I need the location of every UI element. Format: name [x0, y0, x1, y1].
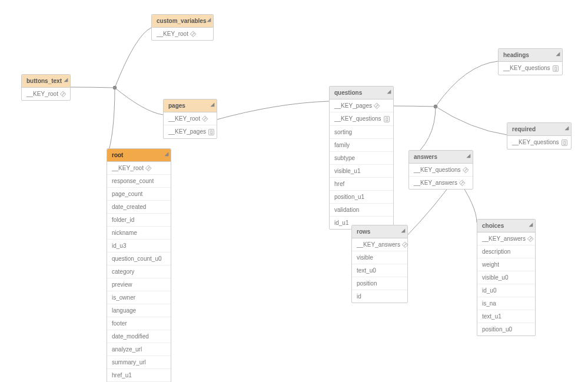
field-name: position_u0	[482, 326, 512, 333]
field-row[interactable]: description	[477, 245, 535, 258]
field-row[interactable]: footer	[107, 317, 171, 330]
field-row[interactable]: __KEY_root⚿	[107, 162, 171, 175]
field-row[interactable]: id	[352, 290, 407, 303]
field-row[interactable]: is_na	[477, 297, 535, 310]
table-header[interactable]: required◢	[507, 123, 571, 136]
field-name: description	[482, 248, 510, 255]
table-title: choices	[482, 222, 504, 229]
field-row[interactable]: date_created	[107, 201, 171, 214]
field-row[interactable]: response_count	[107, 175, 171, 188]
field-name: nickname	[112, 230, 137, 236]
field-name: family	[334, 142, 350, 148]
field-row[interactable]: __KEY_questions▯	[330, 112, 393, 126]
field-row[interactable]: __KEY_answers⚿	[352, 238, 407, 251]
table-custom-variables[interactable]: custom_variables◢ __KEY_root⚿	[151, 14, 214, 41]
corner-icon: ◢	[401, 228, 405, 233]
field-row[interactable]: is_owner	[107, 291, 171, 304]
table-buttons-text[interactable]: buttons_text◢ __KEY_root⚿	[21, 74, 71, 101]
corner-icon: ◢	[529, 222, 533, 227]
table-header[interactable]: questions◢	[330, 87, 393, 99]
field-name: __KEY_answers	[482, 235, 526, 242]
field-row[interactable]: __KEY_pages⚿	[330, 99, 393, 112]
table-title: answers	[414, 154, 437, 160]
field-row[interactable]: position_u1	[330, 191, 393, 204]
table-header[interactable]: buttons_text◢	[22, 75, 70, 88]
corner-icon: ◢	[207, 17, 211, 22]
table-header[interactable]: custom_variables◢	[152, 15, 213, 28]
field-row[interactable]: __KEY_questions⚿	[409, 164, 473, 177]
field-row[interactable]: position	[352, 277, 407, 290]
field-row[interactable]: visible_u0	[477, 271, 535, 284]
svg-point-2	[434, 105, 437, 108]
field-row[interactable]: position_u0	[477, 323, 535, 336]
field-row[interactable]: href_u1	[107, 369, 171, 382]
field-row[interactable]: validation	[330, 204, 393, 217]
field-row[interactable]: family	[330, 139, 393, 152]
primary-key-icon: ⚿	[59, 90, 67, 98]
table-header[interactable]: rows◢	[352, 225, 407, 238]
field-row[interactable]: __KEY_root⚿	[22, 88, 70, 100]
field-row[interactable]: __KEY_answers⚿	[409, 177, 473, 189]
field-row[interactable]: id_u3	[107, 240, 171, 253]
table-choices[interactable]: choices◢ __KEY_answers⚿descriptionweight…	[477, 219, 536, 336]
field-row[interactable]: text_u1	[477, 310, 535, 323]
field-name: date_created	[112, 204, 146, 210]
table-header[interactable]: pages◢	[164, 99, 217, 112]
field-row[interactable]: __KEY_root⚿	[152, 28, 213, 40]
diagram-canvas[interactable]: buttons_text◢ __KEY_root⚿ custom_variabl…	[0, 0, 588, 382]
field-row[interactable]: __KEY_questions▯	[507, 136, 571, 149]
field-row[interactable]: page_count	[107, 188, 171, 201]
field-row[interactable]: category	[107, 265, 171, 278]
table-header[interactable]: root◢	[107, 149, 171, 162]
field-row[interactable]: subtype	[330, 152, 393, 165]
field-row[interactable]: visible_u1	[330, 165, 393, 178]
table-header[interactable]: answers◢	[409, 151, 473, 164]
primary-key-icon: ⚿	[461, 166, 469, 174]
field-row[interactable]: analyze_url	[107, 343, 171, 356]
field-row[interactable]: weight	[477, 258, 535, 271]
field-row[interactable]: __KEY_root⚿	[164, 112, 217, 125]
field-name: __KEY_questions	[334, 115, 381, 122]
field-row[interactable]: language	[107, 304, 171, 317]
corner-icon: ◢	[211, 102, 214, 107]
field-name: position_u1	[334, 194, 364, 200]
corner-icon: ◢	[387, 89, 391, 94]
field-row[interactable]: summary_url	[107, 356, 171, 369]
table-questions[interactable]: questions◢ __KEY_pages⚿__KEY_questions▯s…	[329, 86, 394, 230]
field-name: subtype	[334, 155, 355, 161]
array-icon: ▯	[208, 129, 214, 135]
field-row[interactable]: text_u0	[352, 264, 407, 277]
table-required[interactable]: required◢ __KEY_questions▯	[507, 122, 572, 150]
table-header[interactable]: choices◢	[477, 220, 535, 232]
field-row[interactable]: preview	[107, 278, 171, 291]
field-row[interactable]: date_modified	[107, 330, 171, 343]
table-root[interactable]: root◢ __KEY_root⚿response_countpage_coun…	[107, 148, 171, 382]
field-name: __KEY_questions	[512, 139, 559, 145]
table-answers[interactable]: answers◢ __KEY_questions⚿__KEY_answers⚿	[408, 150, 473, 190]
field-row[interactable]: __KEY_answers⚿	[477, 232, 535, 245]
field-row[interactable]: folder_id	[107, 214, 171, 227]
table-title: root	[112, 152, 123, 158]
field-name: response_count	[112, 178, 154, 184]
table-pages[interactable]: pages◢ __KEY_root⚿__KEY_pages▯	[163, 99, 217, 139]
table-rows[interactable]: rows◢ __KEY_answers⚿visibletext_u0positi…	[351, 225, 408, 303]
corner-icon: ◢	[556, 51, 560, 57]
field-row[interactable]: visible	[352, 251, 407, 264]
field-name: visible_u1	[334, 168, 360, 174]
field-name: date_modified	[112, 333, 149, 340]
field-row[interactable]: sorting	[330, 126, 393, 139]
field-name: __KEY_questions	[503, 65, 550, 71]
table-title: required	[512, 126, 536, 132]
field-row[interactable]: nickname	[107, 227, 171, 240]
array-icon: ▯	[384, 116, 390, 122]
field-row[interactable]: __KEY_pages▯	[164, 125, 217, 138]
corner-icon: ◢	[565, 125, 569, 131]
field-row[interactable]: href	[330, 178, 393, 191]
field-row[interactable]: __KEY_questions▯	[499, 62, 562, 75]
table-title: headings	[503, 52, 529, 58]
field-row[interactable]: question_count_u0	[107, 253, 171, 265]
table-title: custom_variables	[157, 18, 207, 24]
table-headings[interactable]: headings◢ __KEY_questions▯	[498, 48, 563, 75]
table-header[interactable]: headings◢	[499, 49, 562, 62]
field-row[interactable]: id_u0	[477, 284, 535, 297]
